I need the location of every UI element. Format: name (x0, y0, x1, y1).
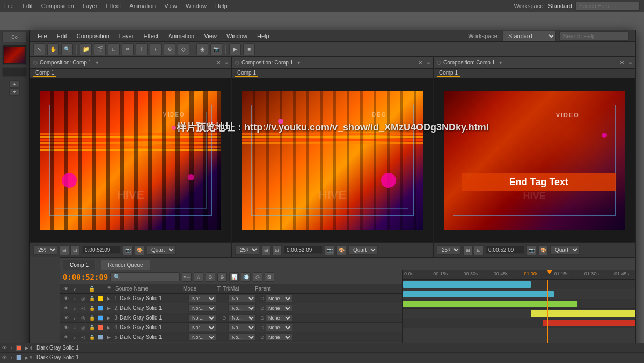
frame-blend-btn[interactable]: ◎ (253, 272, 262, 282)
roto-btn[interactable]: ◉ (196, 43, 208, 55)
system-menu-composition[interactable]: Composition (41, 3, 74, 9)
3d-layer-btn[interactable]: ⊠ (265, 272, 274, 282)
fit-btn-2[interactable]: ⊞ (261, 245, 271, 255)
solo-btn-2[interactable]: ⊙ (206, 272, 215, 282)
quality-dropdown-3[interactable]: Quarter (550, 245, 580, 255)
color-swatch-2[interactable] (96, 306, 105, 311)
comp-viewport-2[interactable]: DEO HIVE (232, 78, 433, 242)
solo-icon-1[interactable]: ◎ (79, 296, 87, 301)
color-swatch-3[interactable] (96, 315, 105, 321)
zoom-dropdown-1[interactable]: 25% (33, 245, 57, 255)
color-swatch-1[interactable] (96, 296, 105, 301)
pick-whip-btn[interactable]: ⊕ (217, 272, 227, 282)
project-btn-tb[interactable]: 📁 (80, 43, 92, 55)
lock-icon-2[interactable]: 🔒 (87, 306, 96, 311)
eye-icon-3[interactable]: 👁 (62, 315, 70, 321)
hand-tool-btn[interactable]: ✋ (47, 43, 59, 55)
zoom-tool-btn[interactable]: 🔍 (61, 43, 73, 55)
solo-icon-2[interactable]: ◎ (79, 306, 87, 311)
fit-btn-3[interactable]: ⊞ (463, 245, 473, 255)
layer-mode-2[interactable]: Nor... (188, 304, 221, 312)
nav-down[interactable]: ▼ (9, 88, 20, 96)
layer-trkmat-2[interactable]: No... (228, 304, 260, 312)
quality-dropdown-1[interactable]: Quarter (147, 245, 176, 255)
quality-dropdown-2[interactable]: Quarter (348, 245, 378, 255)
nav-up[interactable]: ▲ (9, 80, 20, 88)
motion-blur-btn[interactable]: 💨 (241, 272, 251, 282)
comp-close-1[interactable]: ✕ (216, 59, 221, 67)
color-swatch-4[interactable] (96, 325, 105, 330)
snap-btn-3[interactable]: ⊡ (474, 245, 484, 255)
expand-1[interactable]: ▶ (105, 296, 112, 301)
layer-trkmat-1[interactable]: No... (228, 295, 260, 302)
pen-tool-btn[interactable]: ✏ (122, 43, 134, 55)
comp-viewport-3[interactable]: VIDEO HIVE ❋ End Tag Text (434, 78, 635, 242)
eye-icon-2[interactable]: 👁 (62, 306, 70, 311)
audio-icon-3[interactable]: ♪ (70, 315, 79, 321)
color-btn-2[interactable]: 🎨 (336, 245, 346, 255)
play-btn[interactable]: ▶ (229, 43, 241, 55)
expand-4[interactable]: ▶ (105, 325, 112, 330)
clone-tool-btn[interactable]: ⊕ (164, 43, 175, 55)
lock-icon-4[interactable]: 🔒 (87, 325, 96, 330)
camera-icon-2[interactable]: 📷 (325, 245, 334, 255)
system-menu-layer[interactable]: Layer (83, 3, 98, 9)
timeline-tab-comp1[interactable]: Comp 1 (63, 260, 96, 270)
brush-tool-btn[interactable]: / (150, 43, 162, 55)
comp-tab-3[interactable]: Comp 1 (437, 70, 460, 77)
layer-trkmat-5[interactable]: No... (228, 333, 260, 341)
system-menu-animation[interactable]: Animation (129, 3, 156, 9)
layer-mode-4[interactable]: Nor... (188, 324, 221, 331)
layer-mode-5[interactable]: Nor... (188, 333, 221, 341)
lock-icon-3[interactable]: 🔒 (87, 315, 96, 321)
layer-trkmat-4[interactable]: No... (228, 324, 260, 331)
comp-close-2[interactable]: ✕ (418, 59, 423, 67)
system-menu-file[interactable]: File (4, 3, 14, 9)
lock-icon-5[interactable]: 🔒 (87, 335, 96, 340)
audio-icon-2[interactable]: ♪ (70, 306, 79, 311)
audio-icon-1[interactable]: ♪ (70, 296, 79, 301)
system-menu-effect[interactable]: Effect (106, 3, 121, 9)
menu-help[interactable]: Help (253, 32, 274, 40)
comp-tab-2[interactable]: Comp 1 (235, 70, 258, 77)
project-btn[interactable]: Co (2, 32, 27, 42)
menu-file[interactable]: File (33, 32, 52, 40)
eye-icon-4[interactable]: 👁 (62, 325, 70, 330)
layer-trkmat-3[interactable]: No... (228, 314, 260, 322)
zoom-dropdown-3[interactable]: 25% (437, 245, 461, 255)
eye-icon-5[interactable]: 👁 (62, 335, 70, 340)
menu-effect[interactable]: Effect (139, 32, 163, 40)
system-menu-help[interactable]: Help (215, 3, 228, 9)
layer-mode-1[interactable]: Nor... (188, 295, 221, 302)
audio-icon-5[interactable]: ♪ (70, 335, 79, 340)
zoom-dropdown-2[interactable]: 25% (235, 245, 259, 255)
render-btn[interactable]: 🎬 (94, 43, 106, 55)
system-menu-window[interactable]: Window (186, 3, 207, 9)
comp-viewport-1[interactable]: VIDEO HIVE (30, 78, 231, 242)
camera-icon-1[interactable]: 📷 (123, 245, 133, 255)
system-menu-edit[interactable]: Edit (23, 3, 33, 9)
timeline-search[interactable] (110, 272, 180, 281)
snap-btn-2[interactable]: ⊡ (272, 245, 282, 255)
color-btn-3[interactable]: 🎨 (538, 245, 548, 255)
expand-5[interactable]: ▶ (105, 335, 112, 340)
menu-edit[interactable]: Edit (53, 32, 71, 40)
solo-icon-3[interactable]: ◎ (79, 315, 87, 321)
eraser-btn[interactable]: ◇ (178, 43, 189, 55)
camera-icon-3[interactable]: 📷 (526, 245, 536, 255)
select-tool-btn[interactable]: ↖ (33, 43, 45, 55)
expand-3[interactable]: ▶ (105, 315, 112, 321)
eye-icon-1[interactable]: 👁 (62, 296, 70, 301)
fit-btn-1[interactable]: ⊞ (60, 245, 69, 255)
workspace-dropdown[interactable]: Standard (502, 31, 556, 41)
menu-animation[interactable]: Animation (164, 32, 199, 40)
timeline-tab-render[interactable]: Render Queue (101, 260, 150, 270)
text-tool-btn[interactable]: T (136, 43, 148, 55)
lock-icon-1[interactable]: 🔒 (87, 296, 96, 301)
new-layer-btn[interactable]: ≡→ (182, 272, 192, 282)
audio-icon-4[interactable]: ♪ (70, 325, 79, 330)
graph-btn[interactable]: 📊 (229, 272, 239, 282)
expand-2[interactable]: ▶ (105, 306, 112, 311)
layer-mode-3[interactable]: Nor... (188, 314, 221, 322)
color-swatch-5[interactable] (96, 335, 105, 340)
